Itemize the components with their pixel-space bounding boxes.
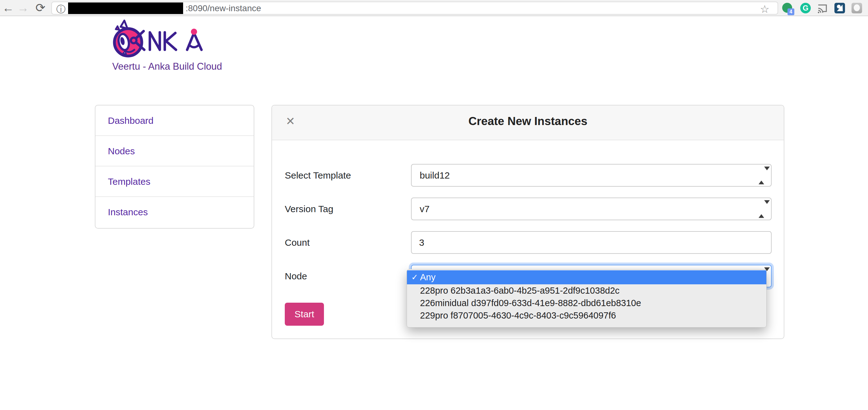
count-label: Count xyxy=(285,231,310,254)
version-tag-select[interactable]: v7 xyxy=(411,198,772,220)
node-option-226minidual[interactable]: 226minidual d397fd09-633d-41e9-8882-dbd6… xyxy=(407,297,766,309)
back-icon[interactable]: ← xyxy=(0,0,16,16)
version-tag-select-value: v7 xyxy=(420,204,430,214)
sidebar-item-templates[interactable]: Templates xyxy=(95,167,254,197)
page-info-icon[interactable]: ⓘ xyxy=(56,3,66,16)
node-option-label: Any xyxy=(420,272,436,283)
sidebar-item-instances[interactable]: Instances xyxy=(95,197,254,227)
grammarly-extension-icon[interactable]: G xyxy=(800,3,811,13)
anka-logo xyxy=(111,19,208,60)
bookmark-star-icon[interactable]: ☆ xyxy=(760,3,770,15)
sidebar-nav: Dashboard Nodes Templates Instances xyxy=(95,105,254,229)
gray-app-extension-icon[interactable] xyxy=(851,3,862,13)
sidebar-item-dashboard[interactable]: Dashboard xyxy=(95,106,254,136)
reload-icon[interactable]: ⟳ xyxy=(32,0,49,16)
select-template-label: Select Template xyxy=(285,164,351,187)
navy-app-extension-icon[interactable] xyxy=(834,3,845,13)
node-option-any[interactable]: ✓ Any xyxy=(407,270,766,284)
template-select-value: build12 xyxy=(420,170,450,180)
start-button[interactable]: Start xyxy=(285,303,324,326)
address-bar[interactable]: ⓘ :8090/new-instance ☆ xyxy=(51,2,778,14)
brand-title: Veertu - Anka Build Cloud xyxy=(112,61,222,72)
redacted-url-host xyxy=(68,2,183,14)
forward-icon: → xyxy=(15,0,31,16)
extension-badge-count: 4 xyxy=(787,8,794,15)
version-tag-label: Version Tag xyxy=(285,198,333,220)
node-label: Node xyxy=(285,265,307,287)
count-field-wrap xyxy=(411,231,772,254)
sidebar-item-nodes[interactable]: Nodes xyxy=(95,136,254,167)
url-text[interactable]: :8090/new-instance xyxy=(186,3,261,13)
select-chevrons-icon xyxy=(758,198,765,219)
node-dropdown-menu: ✓ Any 228pro 62b3a1a3-6ab0-4b25-a951-2df… xyxy=(407,269,767,328)
template-select[interactable]: build12 xyxy=(411,164,772,187)
select-chevrons-icon xyxy=(758,165,765,186)
node-option-229pro[interactable]: 229pro f8707005-4630-4c9c-8403-c9c596409… xyxy=(407,309,766,322)
chromecast-extension-icon[interactable] xyxy=(817,3,828,13)
card-header: ✕ Create New Instances xyxy=(272,106,784,140)
node-option-228pro[interactable]: 228pro 62b3a1a3-6ab0-4b25-a951-2df9c1038… xyxy=(407,284,766,297)
count-input[interactable] xyxy=(419,232,771,254)
extension-green-circle-icon[interactable]: 4 xyxy=(782,3,793,13)
checkmark-icon: ✓ xyxy=(411,272,420,282)
browser-toolbar: ← → ⟳ ⓘ :8090/new-instance ☆ 4 G xyxy=(0,0,868,16)
card-title: Create New Instances xyxy=(272,115,784,128)
